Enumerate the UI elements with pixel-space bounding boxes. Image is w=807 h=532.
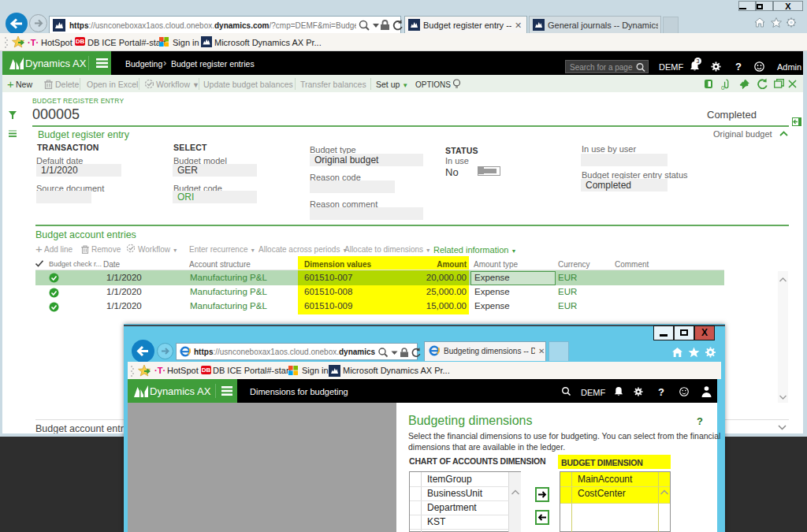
svg-text:0: 0 (721, 84, 725, 91)
